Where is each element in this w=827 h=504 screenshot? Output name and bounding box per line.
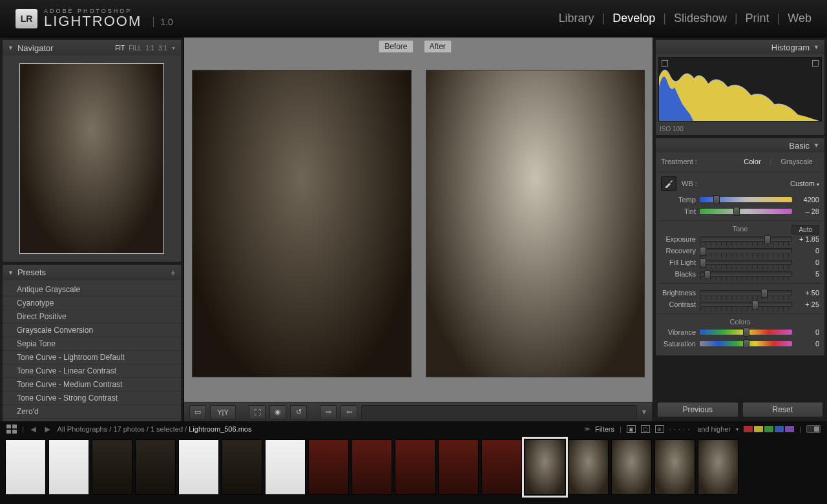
treatment-color[interactable]: Color [737, 156, 767, 167]
color-label-chip[interactable] [744, 426, 753, 432]
vibrance-slider[interactable] [700, 330, 792, 335]
rating-filter[interactable]: ····· [669, 425, 692, 433]
tint-slider[interactable] [700, 209, 792, 214]
recovery-value[interactable]: 0 [796, 247, 819, 255]
highlight-clipping-icon[interactable] [812, 60, 819, 67]
crop-tool-icon[interactable]: ⛶ [249, 405, 266, 419]
breadcrumb[interactable]: All Photographs / 17 photos / 1 selected… [58, 425, 252, 433]
filmstrip-thumbs[interactable] [0, 437, 827, 504]
previous-button[interactable]: Previous [657, 402, 738, 417]
and-higher-label[interactable]: and higher [697, 425, 731, 433]
before-pane[interactable] [187, 40, 417, 399]
filmstrip-thumbnail[interactable] [351, 439, 392, 495]
presets-header[interactable]: ▼ Presets + [3, 265, 181, 280]
tab-develop[interactable]: Develop [612, 12, 655, 25]
navigator-preview[interactable] [3, 56, 181, 262]
copy-before-icon[interactable]: ⇦ [340, 405, 357, 419]
temp-slider[interactable] [700, 197, 792, 202]
spot-tool-icon[interactable]: ↺ [290, 405, 307, 419]
disclosure-triangle-icon[interactable]: ▼ [8, 269, 14, 276]
filmstrip-thumbnail[interactable] [438, 439, 479, 495]
preset-item[interactable]: Tone Curve - Strong Contrast [3, 392, 181, 405]
preset-item[interactable]: Tone Curve - Medium Contrast [3, 378, 181, 392]
blacks-slider[interactable] [700, 271, 792, 277]
nav-zoom-fit[interactable]: FIT [115, 45, 125, 52]
brightness-slider[interactable] [700, 290, 792, 295]
filmstrip-thumbnail[interactable] [611, 439, 652, 495]
chevron-right-icon[interactable]: ≫ [584, 426, 590, 432]
filmstrip-thumbnail[interactable] [135, 439, 176, 495]
disclosure-triangle-icon[interactable]: ▼ [8, 45, 14, 51]
before-image[interactable] [192, 70, 412, 377]
nav-back-icon[interactable]: ◄ [29, 424, 38, 434]
filmstrip-thumbnail[interactable] [568, 439, 609, 495]
tint-value[interactable]: – 28 [796, 207, 819, 215]
vibrance-value[interactable]: 0 [796, 328, 819, 336]
wb-preset-select[interactable]: Custom ▾ [790, 180, 819, 187]
filmstrip-thumbnail[interactable] [654, 439, 695, 495]
grid-view-icon[interactable] [6, 425, 17, 434]
filter-switch[interactable] [806, 425, 821, 433]
before-after-view[interactable]: Before After [184, 37, 653, 402]
filmstrip-thumbnail[interactable] [308, 439, 349, 495]
auto-tone-button[interactable]: Auto [791, 225, 819, 235]
before-after-toggle-icon[interactable]: Y|Y [210, 405, 236, 419]
white-balance-dropper-icon[interactable] [661, 176, 676, 191]
reset-button[interactable]: Reset [742, 402, 824, 417]
after-image[interactable] [426, 70, 645, 377]
preset-item[interactable]: Grayscale Conversion [3, 324, 181, 337]
brightness-value[interactable]: + 50 [796, 289, 819, 297]
preset-item[interactable]: Tone Curve - Lightroom Default [3, 351, 181, 364]
nav-zoom-1to1[interactable]: 1:1 [145, 45, 154, 52]
tab-slideshow[interactable]: Slideshow [674, 12, 727, 25]
color-label-chip[interactable] [785, 426, 794, 432]
chevron-down-icon[interactable]: ▼ [641, 408, 647, 415]
chevron-down-icon[interactable]: ▾ [736, 426, 738, 432]
disclosure-triangle-icon[interactable]: ▼ [813, 142, 819, 149]
nav-zoom-fill[interactable]: FILL [129, 45, 141, 52]
tab-library[interactable]: Library [558, 12, 594, 25]
histogram-graph[interactable] [658, 57, 822, 121]
tab-print[interactable]: Print [746, 12, 769, 25]
preset-item[interactable]: Tone Curve - Linear Contrast [3, 364, 181, 378]
filmstrip-thumbnail[interactable] [92, 439, 132, 495]
filmstrip-thumbnail[interactable] [222, 439, 262, 495]
preset-item[interactable]: Zero'd [3, 405, 181, 419]
basic-header[interactable]: Basic ▼ [656, 138, 824, 152]
filmstrip-thumbnail[interactable] [178, 439, 219, 495]
flag-unflagged-icon[interactable]: ▢ [641, 425, 650, 433]
contrast-value[interactable]: + 25 [796, 300, 819, 308]
navigator-header[interactable]: ▼ Navigator FIT FILL 1:1 3:1 ▼ [3, 40, 181, 56]
recovery-slider[interactable] [700, 248, 792, 253]
filmstrip-thumbnail[interactable] [5, 439, 46, 495]
toolbar-dropdown[interactable] [361, 405, 637, 419]
add-preset-icon[interactable]: + [171, 268, 176, 278]
after-pane[interactable] [421, 40, 651, 399]
preset-item[interactable]: Direct Positive [3, 310, 181, 324]
filmstrip-thumbnail[interactable] [395, 439, 435, 495]
redeye-tool-icon[interactable]: ◉ [269, 405, 286, 419]
color-label-chip[interactable] [764, 426, 773, 432]
shadow-clipping-icon[interactable] [662, 60, 668, 67]
filmstrip-thumbnail[interactable] [48, 439, 89, 495]
navigator-thumbnail[interactable] [19, 63, 164, 254]
flag-pick-icon[interactable]: ▣ [627, 425, 636, 433]
saturation-value[interactable]: 0 [796, 340, 819, 348]
exposure-value[interactable]: + 1.85 [796, 235, 819, 243]
flag-reject-icon[interactable]: ⊘ [655, 425, 664, 433]
nav-forward-icon[interactable]: ► [43, 424, 52, 434]
temp-value[interactable]: 4200 [796, 196, 819, 204]
tab-web[interactable]: Web [788, 12, 811, 25]
blacks-value[interactable]: 5 [796, 270, 819, 278]
contrast-slider[interactable] [700, 302, 792, 307]
copy-after-icon[interactable]: ⇨ [320, 405, 337, 419]
saturation-slider[interactable] [700, 341, 792, 346]
loupe-view-icon[interactable]: ▭ [189, 405, 206, 419]
disclosure-triangle-icon[interactable]: ▼ [813, 44, 819, 50]
filmstrip-thumbnail[interactable] [698, 439, 738, 495]
filllight-value[interactable]: 0 [796, 258, 819, 266]
filllight-slider[interactable] [700, 260, 792, 265]
histogram-header[interactable]: Histogram ▼ [656, 40, 824, 54]
nav-zoom-3to1[interactable]: 3:1 [158, 45, 167, 52]
filmstrip-thumbnail[interactable] [481, 439, 522, 495]
